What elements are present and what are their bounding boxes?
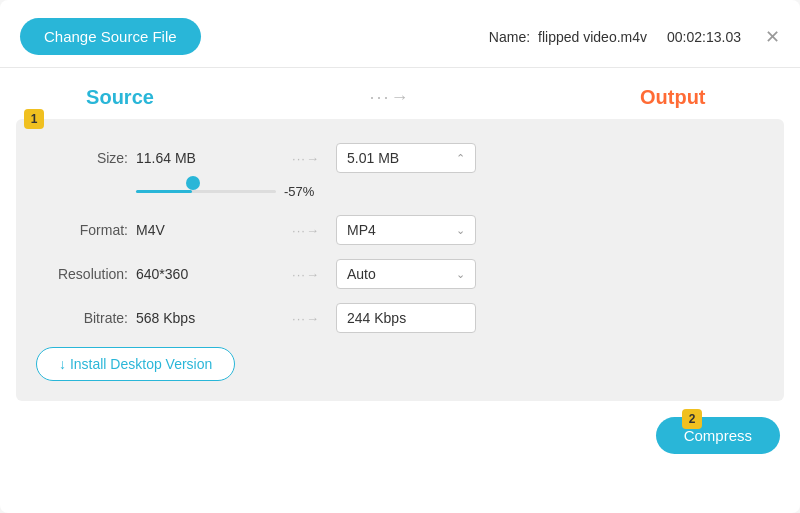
bitrate-source-value: 568 Kbps: [136, 310, 276, 326]
property-rows: Size: 11.64 MB ···→ 5.01 MB ⌃: [36, 143, 764, 333]
source-label: Source: [60, 86, 180, 109]
format-output: MP4 ⌄: [336, 215, 764, 245]
content-panel: 1 Size: 11.64 MB ···→ 5.01 MB ⌃: [16, 119, 784, 401]
format-source-value: M4V: [136, 222, 276, 238]
header: Change Source File Name: flipped video.m…: [0, 0, 800, 68]
size-chevron-icon: ⌃: [456, 152, 465, 165]
badge-2: 2: [682, 409, 702, 429]
slider-row: -57%: [36, 181, 764, 201]
slider-track: [136, 190, 276, 193]
format-row: Format: M4V ···→ MP4 ⌄: [36, 215, 764, 245]
format-output-value: MP4: [347, 222, 376, 238]
format-dropdown[interactable]: MP4 ⌄: [336, 215, 476, 245]
size-source-value: 11.64 MB: [136, 150, 276, 166]
resolution-output-value: Auto: [347, 266, 376, 282]
bitrate-output: 244 Kbps: [336, 303, 764, 333]
resolution-output: Auto ⌄: [336, 259, 764, 289]
resolution-dropdown[interactable]: Auto ⌄: [336, 259, 476, 289]
size-output: 5.01 MB ⌃: [336, 143, 764, 173]
bitrate-row: Bitrate: 568 Kbps ···→ 244 Kbps: [36, 303, 764, 333]
resolution-row: Resolution: 640*360 ···→ Auto ⌄: [36, 259, 764, 289]
main-window: Change Source File Name: flipped video.m…: [0, 0, 800, 513]
size-label: Size:: [36, 150, 136, 166]
slider-percentage: -57%: [284, 184, 314, 199]
format-arrow: ···→: [276, 223, 336, 238]
format-chevron-icon: ⌄: [456, 224, 465, 237]
size-arrow: ···→: [276, 151, 336, 166]
direction-arrow: ···→: [180, 87, 600, 108]
change-source-button[interactable]: Change Source File: [20, 18, 201, 55]
resolution-arrow: ···→: [276, 267, 336, 282]
footer: 2 Compress: [0, 401, 800, 470]
compress-button[interactable]: Compress: [656, 417, 780, 454]
slider-thumb[interactable]: [186, 176, 200, 190]
size-row: Size: 11.64 MB ···→ 5.01 MB ⌃: [36, 143, 764, 173]
duration: 00:02:13.03: [667, 29, 741, 45]
bitrate-arrow: ···→: [276, 311, 336, 326]
size-output-value: 5.01 MB: [347, 150, 399, 166]
resolution-source-value: 640*360: [136, 266, 276, 282]
resolution-label: Resolution:: [36, 266, 136, 282]
output-label: Output: [600, 86, 740, 109]
size-slider[interactable]: [136, 181, 276, 201]
badge-1: 1: [24, 109, 44, 129]
format-label: Format:: [36, 222, 136, 238]
size-dropdown[interactable]: 5.01 MB ⌃: [336, 143, 476, 173]
name-label: Name:: [489, 29, 530, 45]
slider-fill: [136, 190, 192, 193]
file-info: Name: flipped video.m4v 00:02:13.03 ✕: [489, 28, 780, 46]
filename: flipped video.m4v: [538, 29, 647, 45]
bitrate-label: Bitrate:: [36, 310, 136, 326]
bitrate-output-value: 244 Kbps: [336, 303, 476, 333]
close-button[interactable]: ✕: [765, 28, 780, 46]
resolution-chevron-icon: ⌄: [456, 268, 465, 281]
source-output-header: Source ···→ Output: [0, 68, 800, 119]
install-desktop-button[interactable]: ↓ Install Desktop Version: [36, 347, 235, 381]
